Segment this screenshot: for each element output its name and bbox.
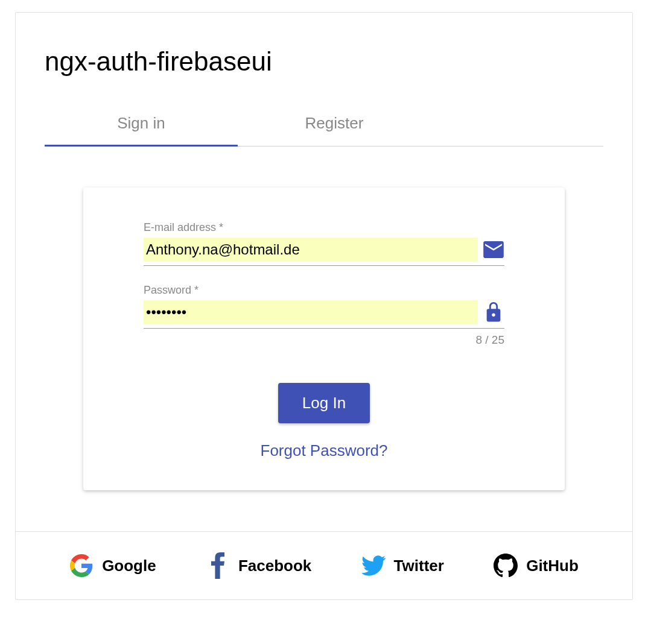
password-field-wrapper: Password * 8 / 25 xyxy=(144,284,504,347)
facebook-icon xyxy=(206,554,230,578)
email-input[interactable] xyxy=(144,238,478,262)
twitter-icon xyxy=(361,554,386,578)
password-input-wrapper xyxy=(144,300,504,329)
page-title: ngx-auth-firebaseui xyxy=(16,13,632,101)
google-label: Google xyxy=(102,557,156,575)
signin-card: E-mail address * Password * xyxy=(83,188,565,490)
tab-signin[interactable]: Sign in xyxy=(45,101,238,146)
email-field-wrapper: E-mail address * xyxy=(144,221,504,266)
forgot-password-link[interactable]: Forgot Password? xyxy=(261,441,388,459)
email-input-wrapper xyxy=(144,238,504,266)
email-icon xyxy=(483,239,504,260)
password-input[interactable] xyxy=(144,300,478,324)
google-provider-button[interactable]: Google xyxy=(69,554,156,578)
github-provider-button[interactable]: GitHub xyxy=(494,554,579,578)
social-providers: Google Facebook Twitter xyxy=(16,531,632,599)
lock-icon xyxy=(483,301,504,323)
tab-register[interactable]: Register xyxy=(238,101,431,146)
password-counter: 8 / 25 xyxy=(144,333,504,347)
facebook-provider-button[interactable]: Facebook xyxy=(206,554,311,578)
google-icon xyxy=(69,554,94,578)
email-label: E-mail address * xyxy=(144,221,504,234)
github-label: GitHub xyxy=(526,557,579,575)
auth-container: ngx-auth-firebaseui Sign in Register E-m… xyxy=(15,12,633,600)
facebook-label: Facebook xyxy=(238,557,311,575)
twitter-provider-button[interactable]: Twitter xyxy=(361,554,444,578)
twitter-label: Twitter xyxy=(394,557,444,575)
tabs: Sign in Register xyxy=(45,101,603,147)
login-button[interactable]: Log In xyxy=(278,383,370,423)
github-icon xyxy=(494,554,518,578)
password-label: Password * xyxy=(144,284,504,297)
